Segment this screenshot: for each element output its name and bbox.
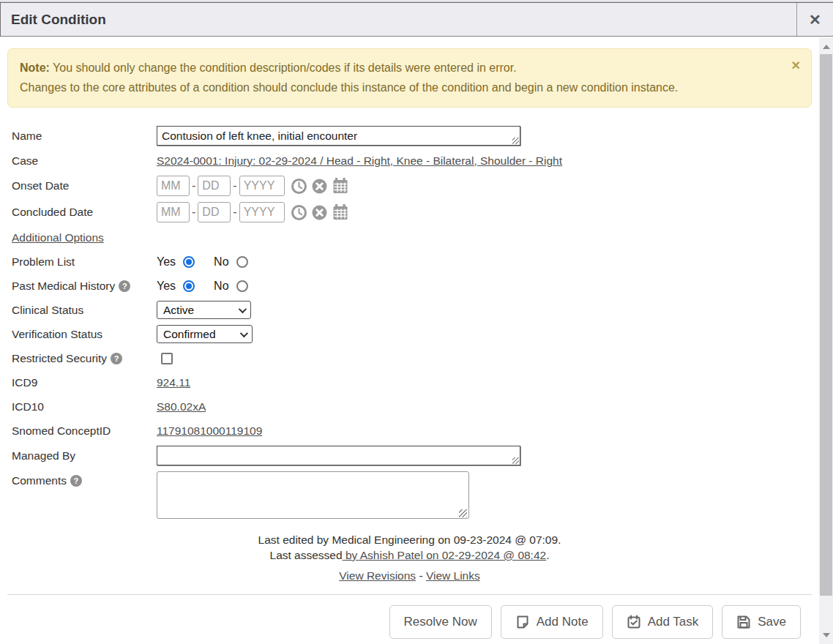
- resolve-now-button[interactable]: Resolve Now: [389, 605, 492, 639]
- resolve-now-label: Resolve Now: [404, 615, 477, 629]
- view-revisions-link[interactable]: View Revisions: [339, 569, 416, 582]
- close-button[interactable]: ✕: [796, 3, 833, 36]
- onset-month-input[interactable]: [157, 176, 190, 196]
- icd10-row: ICD10 S80.02xA: [12, 397, 812, 416]
- onset-year-input[interactable]: [239, 176, 285, 196]
- help-icon[interactable]: ?: [111, 353, 122, 364]
- scroll-down-icon[interactable]: [819, 629, 833, 641]
- clear-date-icon[interactable]: [311, 178, 328, 195]
- date-separator: -: [192, 206, 195, 219]
- clinical-status-label: Clinical Status: [12, 304, 157, 317]
- problem-list-yes-label: Yes: [157, 255, 176, 269]
- dialog-body: Note: You should only change the conditi…: [0, 48, 819, 644]
- warning-line-1: Note: You should only change the conditi…: [20, 59, 782, 78]
- name-input[interactable]: [157, 126, 520, 146]
- comments-wrap: [157, 471, 469, 522]
- clinical-status-row: Clinical Status Active: [12, 301, 812, 319]
- problem-list-label: Problem List: [12, 255, 157, 269]
- clock-icon[interactable]: [291, 178, 307, 195]
- case-link[interactable]: S2024-0001: Injury: 02-29-2024 / Head - …: [157, 154, 562, 168]
- concluded-date-label: Concluded Date: [12, 206, 157, 219]
- warning-prefix: Note:: [20, 61, 50, 74]
- warning-banner: Note: You should only change the conditi…: [7, 48, 812, 108]
- managed-by-input[interactable]: [157, 446, 520, 465]
- clock-icon[interactable]: [291, 204, 307, 221]
- help-icon[interactable]: ?: [70, 475, 82, 487]
- scroll-up-icon[interactable]: [819, 40, 833, 53]
- chevron-down-icon: [239, 304, 247, 312]
- pmh-no-label: No: [214, 280, 228, 293]
- close-icon: ✕: [809, 11, 821, 29]
- last-assessed-text: Last assessed by Ashish Patel on 02-29-2…: [7, 547, 812, 563]
- concluded-date-row: Concluded Date - -: [12, 202, 812, 222]
- clinical-status-select[interactable]: Active: [157, 301, 251, 319]
- case-row: Case S2024-0001: Injury: 02-29-2024 / He…: [12, 151, 812, 170]
- concluded-year-input[interactable]: [239, 202, 285, 222]
- concluded-day-input[interactable]: [198, 202, 231, 222]
- chevron-down-icon: [240, 329, 248, 337]
- clinical-status-value: Active: [163, 304, 230, 317]
- comments-textarea[interactable]: [157, 471, 469, 519]
- restricted-security-label: Restricted Security: [12, 352, 107, 365]
- verification-status-value: Confirmed: [163, 328, 231, 341]
- scrollbar-thumb[interactable]: [820, 54, 832, 596]
- problem-list-no-label: No: [214, 255, 228, 269]
- dialog-title: Edit Condition: [1, 12, 796, 28]
- restricted-security-row: Restricted Security ?: [12, 349, 812, 367]
- snomed-label: Snomed ConceptID: [12, 424, 157, 438]
- icd10-label: ICD10: [12, 400, 157, 413]
- calendar-icon[interactable]: [332, 177, 349, 195]
- case-label: Case: [12, 154, 157, 168]
- problem-list-no-radio[interactable]: [236, 256, 248, 268]
- last-assessed-link[interactable]: by Ashish Patel on 02-29-2024 @ 08:42: [343, 549, 547, 561]
- icd9-row: ICD9 924.11: [12, 373, 812, 392]
- condition-form: Name Case S2024-0001: Injury: 02-29-2024…: [7, 126, 812, 522]
- managed-by-input-wrap: [157, 446, 520, 465]
- managed-by-label: Managed By: [12, 449, 157, 463]
- concluded-month-input[interactable]: [157, 202, 190, 222]
- pmh-yes-label: Yes: [157, 280, 176, 293]
- task-calendar-icon: [627, 615, 641, 629]
- add-note-label: Add Note: [537, 615, 589, 629]
- onset-date-row: Onset Date - -: [12, 176, 812, 196]
- name-label: Name: [12, 130, 157, 143]
- restricted-security-checkbox[interactable]: [161, 353, 173, 364]
- icd10-link[interactable]: S80.02xA: [157, 400, 206, 413]
- save-label: Save: [758, 615, 786, 629]
- calendar-icon[interactable]: [332, 203, 349, 221]
- past-medical-history-label: Past Medical History: [12, 280, 115, 293]
- links-separator: -: [416, 569, 426, 582]
- audit-info: Last edited by Medical Engineering on 09…: [7, 532, 812, 583]
- note-icon: [515, 615, 530, 629]
- icd9-link[interactable]: 924.11: [157, 376, 190, 389]
- icd9-label: ICD9: [12, 376, 157, 389]
- date-separator: -: [192, 179, 195, 192]
- problem-list-yes-radio[interactable]: [183, 256, 195, 268]
- snomed-link[interactable]: 11791081000119109: [157, 424, 262, 438]
- add-task-label: Add Task: [648, 615, 699, 629]
- onset-day-input[interactable]: [198, 176, 231, 196]
- view-links-link[interactable]: View Links: [426, 569, 480, 582]
- clear-date-icon[interactable]: [311, 204, 328, 221]
- edit-condition-dialog: Edit Condition ✕ Note: You should only c…: [0, 0, 833, 644]
- pmh-yes-radio[interactable]: [183, 280, 195, 292]
- action-buttons: Resolve Now Add Note Add Task Save: [7, 595, 812, 639]
- date-separator: -: [233, 206, 236, 219]
- verification-status-select[interactable]: Confirmed: [157, 325, 253, 343]
- comments-label: Comments: [12, 474, 67, 487]
- verification-status-label: Verification Status: [12, 328, 157, 341]
- banner-dismiss-icon[interactable]: ✕: [791, 56, 801, 76]
- additional-options-link[interactable]: Additional Options: [12, 231, 104, 244]
- snomed-row: Snomed ConceptID 11791081000119109: [12, 422, 812, 440]
- name-row: Name: [12, 126, 812, 146]
- help-icon[interactable]: ?: [119, 280, 130, 292]
- verification-status-row: Verification Status Confirmed: [12, 325, 812, 343]
- scrollbar[interactable]: [819, 37, 833, 644]
- add-note-button[interactable]: Add Note: [501, 605, 603, 639]
- managed-by-row: Managed By: [12, 446, 812, 465]
- add-task-button[interactable]: Add Task: [612, 605, 714, 639]
- warning-line-2: Changes to the core attributes of a cond…: [20, 78, 782, 98]
- save-button[interactable]: Save: [722, 605, 801, 639]
- pmh-no-radio[interactable]: [236, 280, 248, 292]
- onset-date-label: Onset Date: [12, 179, 157, 192]
